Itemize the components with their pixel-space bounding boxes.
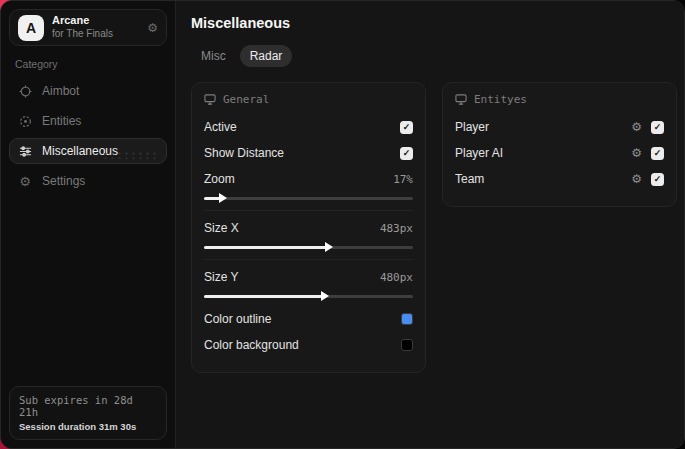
setting-label: Color outline (204, 312, 271, 326)
team-settings-gear-icon[interactable] (631, 173, 642, 185)
size-x-value: 483px (380, 222, 413, 235)
setting-row-active: Active (204, 116, 413, 138)
sub-expires-text: Sub expires in 28d 21h (19, 394, 157, 418)
entity-label: Player (455, 120, 489, 134)
session-duration-text: Session duration 31m 30s (19, 421, 157, 432)
panels: General Active Show Distance Zoom 17% (191, 82, 677, 373)
app-subtitle: for The Finals (52, 28, 139, 41)
general-panel: General Active Show Distance Zoom 17% (191, 82, 426, 373)
sliders-icon (18, 144, 32, 158)
gear-icon (18, 174, 32, 188)
tab-misc[interactable]: Misc (191, 45, 236, 67)
header-gear-icon[interactable] (147, 22, 158, 34)
sidebar-item-label: Miscellaneous (42, 144, 118, 158)
subscription-card: Sub expires in 28d 21h Session duration … (9, 386, 167, 440)
crosshair-icon (18, 84, 32, 98)
setting-row-size-x: Size X 483px (204, 217, 413, 239)
team-checkbox[interactable] (651, 173, 664, 186)
entities-panel: Entityes Player Player AI (442, 82, 677, 207)
general-panel-header: General (204, 93, 413, 106)
setting-row-zoom: Zoom 17% (204, 168, 413, 190)
size-y-value: 480px (380, 271, 413, 284)
entity-row-player-ai: Player AI (455, 142, 664, 164)
setting-label: Size X (204, 221, 239, 235)
sidebar-nav: Aimbot Entities (9, 78, 167, 194)
setting-row-size-y: Size Y 480px (204, 266, 413, 288)
setting-label: Size Y (204, 270, 238, 284)
tab-radar[interactable]: Radar (240, 45, 293, 67)
zoom-value: 17% (393, 173, 413, 186)
divider (204, 259, 413, 260)
setting-row-show-distance: Show Distance (204, 142, 413, 164)
slider-track (204, 197, 413, 200)
app-window: A Arcane for The Finals Category Aimbot (0, 0, 685, 449)
monitor-icon (455, 94, 467, 105)
category-label: Category (15, 58, 161, 70)
player-ai-settings-gear-icon[interactable] (631, 147, 642, 159)
sidebar-item-label: Aimbot (42, 84, 79, 98)
slider-thumb[interactable] (219, 193, 227, 203)
slider-thumb[interactable] (321, 291, 329, 301)
setting-label: Color background (204, 338, 299, 352)
active-checkbox[interactable] (400, 121, 413, 134)
setting-label: Active (204, 120, 237, 134)
sidebar-item-label: Entities (42, 114, 81, 128)
sidebar-item-settings[interactable]: Settings (9, 168, 167, 194)
sidebar-item-miscellaneous[interactable]: Miscellaneous (9, 138, 167, 164)
slider-fill (204, 295, 323, 298)
setting-row-color-background: Color background (204, 334, 413, 356)
show-distance-checkbox[interactable] (400, 147, 413, 160)
entity-row-team: Team (455, 168, 664, 190)
page-title: Miscellaneous (191, 15, 677, 31)
sidebar-item-entities[interactable]: Entities (9, 108, 167, 134)
entities-panel-title: Entityes (474, 93, 527, 106)
size-y-slider[interactable] (204, 292, 413, 300)
app-logo: A (18, 15, 44, 41)
main-content: Miscellaneous Misc Radar General (176, 1, 685, 448)
slider-thumb[interactable] (325, 242, 333, 252)
zoom-slider[interactable] (204, 194, 413, 202)
tab-bar: Misc Radar (191, 45, 677, 67)
entity-row-player: Player (455, 116, 664, 138)
sidebar-item-label: Settings (42, 174, 85, 188)
color-outline-swatch[interactable] (401, 313, 413, 325)
setting-row-color-outline: Color outline (204, 308, 413, 330)
app-titles: Arcane for The Finals (52, 14, 139, 40)
setting-label: Show Distance (204, 146, 284, 160)
entity-label: Player AI (455, 146, 503, 160)
general-panel-title: General (223, 93, 269, 106)
entities-icon (18, 114, 32, 128)
player-ai-checkbox[interactable] (651, 147, 664, 160)
color-background-swatch[interactable] (401, 339, 413, 351)
sidebar-item-aimbot[interactable]: Aimbot (9, 78, 167, 104)
app-header-card: A Arcane for The Finals (9, 9, 167, 46)
entities-panel-header: Entityes (455, 93, 664, 106)
monitor-icon (204, 94, 216, 105)
player-settings-gear-icon[interactable] (631, 121, 642, 133)
player-checkbox[interactable] (651, 121, 664, 134)
divider (204, 210, 413, 211)
setting-label: Zoom (204, 172, 235, 186)
screen: A Arcane for The Finals Category Aimbot (0, 0, 685, 449)
slider-fill (204, 246, 327, 249)
size-x-slider[interactable] (204, 243, 413, 251)
app-name: Arcane (52, 14, 139, 28)
sidebar: A Arcane for The Finals Category Aimbot (1, 1, 176, 448)
entity-label: Team (455, 172, 484, 186)
